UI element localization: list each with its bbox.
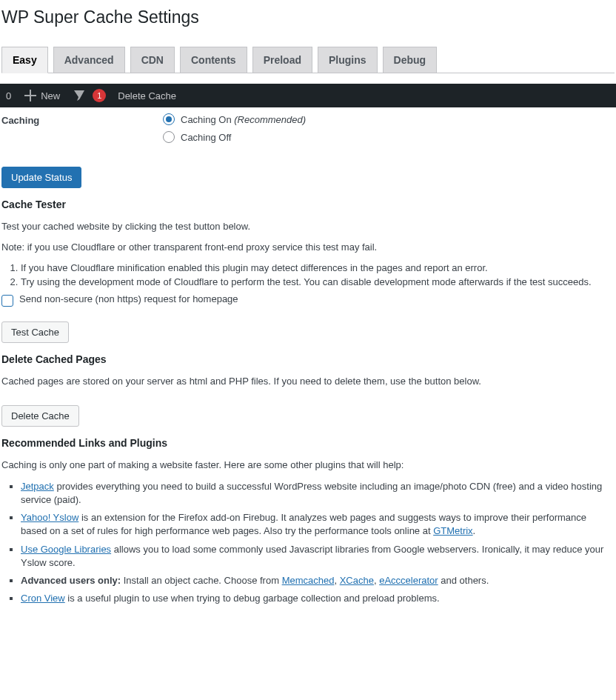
tester-notes-list: If you have Cloudflare minification enab… bbox=[1, 262, 615, 287]
list-item: Cron View is a useful plugin to use when… bbox=[21, 592, 615, 605]
comment-count: 0 bbox=[6, 90, 11, 101]
list-item: If you have Cloudflare minification enab… bbox=[21, 262, 615, 273]
page-title: WP Super Cache Settings bbox=[1, 0, 615, 32]
non-secure-label: Send non-secure (non https) request for … bbox=[19, 293, 238, 304]
tab-plugins[interactable]: Plugins bbox=[318, 47, 378, 73]
caching-on-label: Caching On (Recommended) bbox=[181, 114, 306, 125]
recommended-list: Jetpack provides everything you need to … bbox=[1, 480, 615, 606]
tab-cdn[interactable]: CDN bbox=[130, 47, 175, 73]
tab-contents[interactable]: Contents bbox=[180, 47, 247, 73]
tab-debug[interactable]: Debug bbox=[383, 47, 438, 73]
yslow-link[interactable]: Yahoo! Yslow bbox=[21, 512, 78, 523]
recommended-heading: Recommended Links and Plugins bbox=[1, 437, 615, 449]
recommended-intro: Caching is only one part of making a web… bbox=[1, 459, 615, 470]
adminbar-delete-cache[interactable]: Delete Cache bbox=[112, 84, 182, 107]
adminbar-new-label: New bbox=[41, 90, 60, 101]
caching-label: Caching bbox=[1, 112, 163, 149]
jetpack-link[interactable]: Jetpack bbox=[21, 481, 54, 492]
delete-cache-button[interactable]: Delete Cache bbox=[1, 405, 79, 427]
caching-on-radio[interactable] bbox=[163, 113, 175, 125]
update-status-button[interactable]: Update Status bbox=[1, 167, 81, 188]
adminbar-delete-cache-label: Delete Cache bbox=[118, 90, 176, 101]
eaccelerator-link[interactable]: eAcccelerator bbox=[379, 575, 438, 586]
cron-view-link[interactable]: Cron View bbox=[21, 593, 65, 604]
test-cache-button[interactable]: Test Cache bbox=[1, 321, 69, 343]
xcache-link[interactable]: XCache bbox=[340, 575, 374, 586]
non-secure-checkbox[interactable] bbox=[1, 295, 13, 307]
tester-note: Note: if you use Cloudflare or other tra… bbox=[1, 241, 615, 253]
tester-intro: Test your cached website by clicking the… bbox=[1, 221, 615, 232]
caching-off-label: Caching Off bbox=[181, 132, 231, 143]
cache-tester-heading: Cache Tester bbox=[1, 199, 615, 210]
list-item: Advanced users only: Install an object c… bbox=[21, 574, 615, 587]
adminbar-yoast[interactable]: 1 bbox=[66, 84, 112, 107]
list-item: Jetpack provides everything you need to … bbox=[21, 480, 615, 507]
adminbar-comments[interactable]: 0 bbox=[0, 84, 17, 107]
adminbar-new[interactable]: New bbox=[17, 84, 66, 107]
notify-badge: 1 bbox=[93, 89, 106, 102]
list-item: Yahoo! Yslow is an extension for the Fir… bbox=[21, 511, 615, 538]
caching-off-radio[interactable] bbox=[163, 131, 175, 143]
gtmetrix-link[interactable]: GTMetrix bbox=[433, 525, 472, 536]
plus-icon bbox=[23, 88, 38, 103]
memcached-link[interactable]: Memcached bbox=[282, 575, 335, 586]
delete-cached-intro: Cached pages are stored on your server a… bbox=[1, 376, 615, 387]
list-item: Try using the development mode of Cloudf… bbox=[21, 276, 615, 287]
advanced-users-label: Advanced users only: bbox=[21, 575, 121, 586]
admin-bar: 0 New 1 Delete Cache bbox=[0, 84, 616, 107]
yoast-icon bbox=[72, 88, 87, 103]
non-secure-checkbox-row[interactable]: Send non-secure (non https) request for … bbox=[1, 293, 615, 305]
list-item: Use Google Libraries allows you to load … bbox=[21, 543, 615, 570]
google-libraries-link[interactable]: Use Google Libraries bbox=[21, 544, 111, 555]
tab-easy[interactable]: Easy bbox=[1, 47, 48, 73]
tabs-nav: Easy Advanced CDN Contents Preload Plugi… bbox=[1, 47, 615, 73]
delete-cached-heading: Delete Cached Pages bbox=[1, 353, 615, 365]
tab-advanced[interactable]: Advanced bbox=[53, 47, 125, 73]
tab-preload[interactable]: Preload bbox=[252, 47, 312, 73]
